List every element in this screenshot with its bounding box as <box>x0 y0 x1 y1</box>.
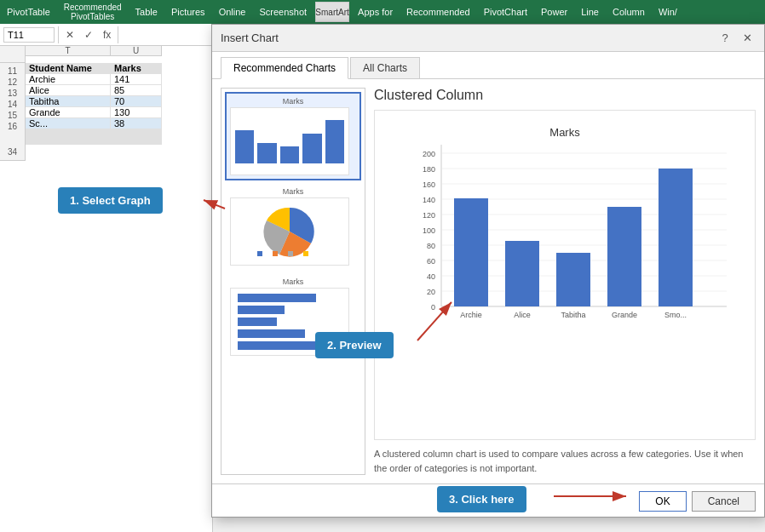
table-row: 15 Grande 130 <box>26 107 162 118</box>
col-header-t: T <box>26 46 111 56</box>
ribbon-pictures[interactable]: Pictures <box>164 0 212 24</box>
table-row: 16 Sc... 38 <box>26 118 162 129</box>
svg-rect-3 <box>288 251 293 256</box>
mini-bar-4 <box>302 134 321 163</box>
callout-click-here: 3. Click here <box>437 486 526 512</box>
table-row: 14 Tabitha 70 <box>26 96 162 107</box>
chart-description: A clustered column chart is used to comp… <box>374 447 756 475</box>
cell-u15[interactable]: 130 <box>111 107 162 118</box>
insert-function-icon[interactable]: fx <box>100 29 114 41</box>
ribbon-table[interactable]: Table <box>129 0 164 24</box>
dialog-title: Insert Chart <box>221 31 279 44</box>
svg-text:120: 120 <box>423 211 435 220</box>
svg-text:200: 200 <box>423 150 435 158</box>
spreadsheet-cells: 11 Student Name Marks 12 Archie 141 13 A… <box>26 63 162 145</box>
svg-text:60: 60 <box>427 257 435 266</box>
svg-text:Archie: Archie <box>460 311 482 319</box>
ribbon-win[interactable]: Win/ <box>652 0 684 24</box>
mini-bar-2 <box>257 143 276 163</box>
col-header-u: U <box>111 46 162 56</box>
svg-text:180: 180 <box>423 165 435 174</box>
cancel-formula-icon[interactable]: ✕ <box>62 29 78 41</box>
table-row: 34 <box>26 144 162 145</box>
ribbon-screenshot[interactable]: Screenshot <box>252 0 313 24</box>
chart-preview: Clustered Column Marks 0 20 40 <box>374 88 756 475</box>
ok-button[interactable]: OK <box>639 491 686 512</box>
cell-t16[interactable]: Sc... <box>26 118 111 129</box>
svg-text:Marks: Marks <box>549 126 580 139</box>
insert-chart-dialog: Insert Chart ? ✕ Recommended Charts All … <box>211 24 765 518</box>
spreadsheet: T U 11 Student Name Marks 12 Archie 141 … <box>0 46 213 532</box>
mini-bar-1 <box>235 130 254 163</box>
cell-t14[interactable]: Tabitha <box>26 96 111 107</box>
table-row: 13 Alice 85 <box>26 85 162 96</box>
ribbon-column[interactable]: Column <box>606 0 652 24</box>
ribbon-line[interactable]: Line <box>574 0 606 24</box>
chart-preview-title: Clustered Column <box>374 88 756 103</box>
table-row: 12 Archie 141 <box>26 74 162 85</box>
mini-hbar-3 <box>238 317 277 326</box>
cell-t12[interactable]: Archie <box>26 74 111 85</box>
tab-recommended-charts[interactable]: Recommended Charts <box>221 57 348 79</box>
svg-rect-4 <box>303 251 308 256</box>
mini-bar-3 <box>280 146 299 163</box>
mini-pie-container <box>230 197 349 266</box>
cell-reference-input[interactable]: T11 <box>3 27 55 43</box>
smartart-icon[interactable]: SmartArt <box>315 2 349 22</box>
cell-u12[interactable]: 141 <box>111 74 162 85</box>
tab-all-charts[interactable]: All Charts <box>350 57 420 78</box>
svg-text:0: 0 <box>431 303 435 312</box>
svg-text:80: 80 <box>427 242 435 250</box>
formula-sep2 <box>118 26 118 43</box>
dialog-body: Marks Marks <box>212 79 764 483</box>
ribbon-recommended[interactable]: Recommended <box>400 0 477 24</box>
callout-preview: 2. Preview <box>315 332 394 358</box>
confirm-formula-icon[interactable]: ✓ <box>81 29 96 41</box>
cell-u14[interactable]: 70 <box>111 96 162 107</box>
cancel-button[interactable]: Cancel <box>692 491 756 512</box>
svg-rect-36 <box>607 207 641 306</box>
mini-hbar-1 <box>238 294 316 302</box>
chart-thumb-bar[interactable]: Marks <box>225 92 361 180</box>
svg-rect-34 <box>556 253 590 306</box>
svg-text:160: 160 <box>423 180 435 189</box>
ribbon-pivotchart[interactable]: PivotChart <box>477 0 534 24</box>
ribbon-pivottable[interactable]: PivotTable <box>0 0 57 24</box>
ribbon-online[interactable]: Online <box>212 0 253 24</box>
ribbon-power[interactable]: Power <box>534 0 574 24</box>
cell-u16[interactable]: 38 <box>111 118 162 129</box>
chart-thumb-pie[interactable]: Marks <box>225 182 361 271</box>
mini-hbar-4 <box>238 329 305 338</box>
dialog-tabs: Recommended Charts All Charts <box>212 52 764 79</box>
dialog-controls: ? ✕ <box>716 30 756 47</box>
cell-t13[interactable]: Alice <box>26 85 111 96</box>
svg-rect-2 <box>273 251 278 256</box>
cell-t15[interactable]: Grande <box>26 107 111 118</box>
mini-bars <box>231 108 348 163</box>
column-headers: T U <box>26 46 162 56</box>
chart-thumb-bar-title: Marks <box>230 97 356 106</box>
svg-text:Alice: Alice <box>514 311 531 319</box>
help-button[interactable]: ? <box>716 30 733 47</box>
chart-thumb-pie-title: Marks <box>230 187 356 196</box>
callout-select-graph: 1. Select Graph <box>58 187 163 214</box>
cell-t11[interactable]: Student Name <box>26 63 111 74</box>
chart-preview-area: Marks 0 20 40 60 80 100 <box>374 110 756 440</box>
mini-bar-chart <box>230 107 349 175</box>
svg-rect-38 <box>659 169 693 306</box>
cell-t34[interactable] <box>26 144 111 145</box>
cell-u11[interactable]: Marks <box>111 63 162 74</box>
svg-text:Grande: Grande <box>612 311 637 319</box>
ribbon-apps-for[interactable]: Apps for <box>351 0 400 24</box>
dialog-titlebar: Insert Chart ? ✕ <box>212 25 764 52</box>
corner-cell <box>0 46 26 63</box>
table-row: 11 Student Name Marks <box>26 63 162 74</box>
close-button[interactable]: ✕ <box>739 30 756 47</box>
ribbon: PivotTable RecommendedPivotTables Table … <box>0 0 765 24</box>
cell-u13[interactable]: 85 <box>111 85 162 96</box>
mini-bar-5 <box>325 120 344 163</box>
svg-rect-30 <box>454 198 488 306</box>
cell-u34[interactable] <box>111 144 162 145</box>
ribbon-recommended-pivottables[interactable]: RecommendedPivotTables <box>57 0 129 24</box>
chart-list: Marks Marks <box>221 88 365 475</box>
